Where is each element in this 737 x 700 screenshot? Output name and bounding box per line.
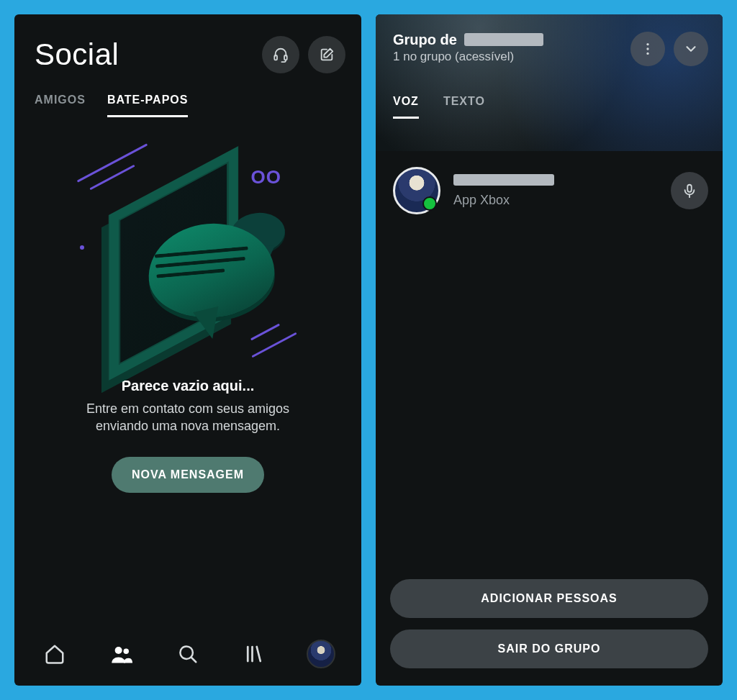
more-vertical-icon: [640, 41, 656, 57]
empty-title: Parece vazio aqui...: [122, 378, 255, 394]
party-body: [376, 214, 723, 579]
member-subtitle: App Xbox: [453, 193, 658, 208]
compose-icon: [319, 47, 335, 63]
headset-icon: [273, 47, 289, 63]
nav-profile[interactable]: [303, 640, 339, 668]
empty-subtitle: Entre em contato com seus amigos enviand…: [58, 400, 317, 435]
nav-search[interactable]: [170, 640, 206, 668]
chevron-down-icon: [683, 41, 699, 57]
tab-text[interactable]: TEXTO: [443, 95, 485, 119]
svg-point-10: [646, 47, 648, 50]
collapse-button[interactable]: [674, 32, 708, 66]
party-bottom-actions: ADICIONAR PESSOAS SAIR DO GRUPO: [376, 579, 723, 686]
svg-line-5: [191, 658, 196, 662]
home-icon: [44, 643, 65, 665]
avatar: [307, 640, 335, 668]
people-icon: [111, 643, 132, 665]
party-title-prefix: Grupo de: [393, 32, 457, 48]
microphone-icon: [682, 183, 697, 199]
member-text: App Xbox: [453, 174, 658, 208]
svg-point-11: [646, 53, 648, 55]
party-title-block: Grupo de 1 no grupo (acessível): [393, 32, 543, 64]
page-title: Social: [35, 37, 119, 72]
party-tabs: VOZ TEXTO: [393, 95, 708, 119]
svg-point-9: [646, 43, 648, 45]
party-header: Grupo de 1 no grupo (acessível): [393, 32, 708, 66]
party-screen: Grupo de 1 no grupo (acessível) VOZ TEXT…: [376, 14, 723, 686]
party-actions: [630, 32, 708, 66]
compose-button[interactable]: [308, 36, 345, 73]
empty-illustration: OO: [80, 145, 296, 375]
tab-chats[interactable]: BATE-PAPOS: [107, 94, 189, 117]
tab-friends[interactable]: AMIGOS: [35, 94, 86, 117]
add-people-button[interactable]: ADICIONAR PESSOAS: [390, 579, 708, 618]
svg-line-8: [257, 647, 261, 661]
more-button[interactable]: [630, 32, 665, 66]
svg-point-3: [123, 649, 129, 655]
nav-library[interactable]: [236, 640, 272, 668]
member-avatar: [393, 167, 440, 214]
library-icon: [243, 643, 265, 665]
member-name-redacted: [453, 174, 554, 186]
empty-state: OO Parece vazio aqui... Entre em contato…: [14, 117, 361, 624]
nav-social[interactable]: [104, 640, 140, 668]
tab-voice[interactable]: VOZ: [393, 95, 419, 119]
leave-group-button[interactable]: SAIR DO GRUPO: [390, 629, 708, 668]
svg-point-2: [114, 647, 122, 654]
party-title-name-redacted: [464, 33, 543, 46]
party-subtitle: 1 no grupo (acessível): [393, 50, 543, 64]
social-header: Social: [14, 14, 361, 79]
header-actions: [262, 36, 345, 73]
party-member-row[interactable]: App Xbox: [376, 151, 723, 214]
nav-home[interactable]: [37, 640, 73, 668]
social-screen: Social AMIGOS BATE-PAPOS OO: [14, 14, 361, 686]
new-message-button[interactable]: NOVA MENSAGEM: [112, 457, 264, 493]
svg-rect-12: [687, 185, 692, 192]
bottom-nav: [14, 624, 361, 686]
party-header-area: Grupo de 1 no grupo (acessível) VOZ TEXT…: [376, 14, 723, 151]
social-tabs: AMIGOS BATE-PAPOS: [14, 79, 361, 117]
headset-button[interactable]: [262, 36, 299, 73]
search-icon: [177, 643, 199, 665]
microphone-button[interactable]: [671, 172, 708, 209]
